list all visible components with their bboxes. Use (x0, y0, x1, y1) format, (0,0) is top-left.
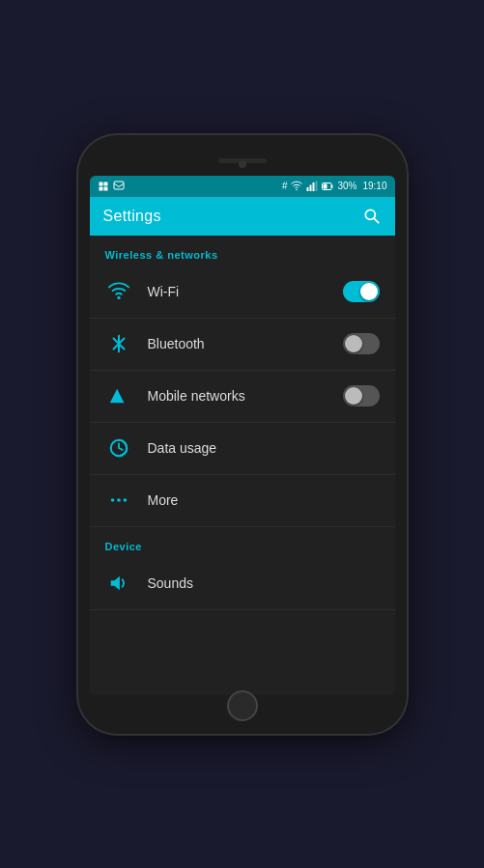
settings-item-mobile-networks[interactable]: Mobile networks (90, 371, 395, 423)
data-usage-icon (105, 437, 132, 459)
sounds-label: Sounds (148, 575, 380, 591)
svg-rect-12 (324, 183, 327, 188)
battery-percent: 30% (337, 181, 356, 191)
svg-rect-3 (103, 186, 107, 190)
bluetooth-icon (105, 333, 132, 354)
svg-point-15 (117, 296, 120, 299)
svg-rect-9 (316, 181, 318, 191)
phone-bottom (90, 695, 395, 716)
svg-rect-2 (99, 186, 102, 190)
app-title: Settings (103, 208, 161, 225)
status-left-icons (98, 181, 125, 192)
status-bar: # 30% 19:10 (90, 176, 395, 197)
wifi-label: Wi-Fi (148, 284, 343, 299)
more-label: More (148, 492, 380, 508)
svg-point-19 (123, 498, 127, 502)
settings-item-bluetooth[interactable]: Bluetooth (90, 319, 395, 371)
settings-list: Wireless & networks Wi-Fi (90, 236, 395, 695)
app-bar: Settings (90, 197, 395, 236)
bluetooth-label: Bluetooth (148, 336, 343, 351)
phone-frame: # 30% 19:10 Settings Wireless & networks (78, 135, 407, 734)
wifi-icon (105, 281, 132, 302)
search-icon (362, 207, 382, 226)
phone-screen: # 30% 19:10 Settings Wireless & networks (90, 176, 395, 695)
svg-rect-7 (310, 184, 312, 191)
svg-marker-20 (110, 576, 119, 591)
svg-rect-8 (313, 182, 315, 191)
mobile-networks-icon (105, 385, 132, 406)
sounds-icon (105, 573, 132, 594)
signal-status-icon (306, 181, 318, 192)
svg-rect-4 (114, 182, 124, 189)
bluetooth-toggle[interactable] (343, 333, 380, 354)
svg-point-17 (110, 498, 114, 502)
wifi-status-icon (291, 181, 302, 192)
settings-item-sounds[interactable]: Sounds (90, 558, 395, 610)
svg-line-14 (374, 218, 379, 223)
clock: 19:10 (362, 181, 386, 191)
notif-icon-1 (98, 181, 109, 192)
mobile-networks-label: Mobile networks (148, 388, 343, 404)
section-header-wireless: Wireless & networks (90, 236, 395, 266)
svg-point-18 (117, 498, 121, 502)
svg-rect-11 (331, 184, 333, 187)
svg-rect-1 (103, 182, 107, 185)
wifi-toggle[interactable] (343, 281, 380, 302)
settings-item-more[interactable]: More (90, 475, 395, 527)
battery-icon (322, 181, 333, 192)
status-right-info: # 30% 19:10 (282, 181, 387, 192)
phone-top (90, 153, 395, 176)
mobile-networks-toggle[interactable] (343, 385, 380, 406)
more-icon (105, 490, 132, 511)
data-usage-label: Data usage (148, 440, 380, 456)
camera (239, 160, 246, 168)
svg-point-5 (297, 188, 299, 190)
search-button[interactable] (362, 207, 382, 226)
section-header-device: Device (90, 527, 395, 558)
settings-item-data-usage[interactable]: Data usage (90, 423, 395, 475)
notif-icon-2 (113, 181, 125, 192)
svg-rect-0 (99, 182, 102, 185)
home-button[interactable] (227, 690, 258, 721)
hashtag-icon: # (282, 181, 288, 191)
settings-item-wifi[interactable]: Wi-Fi (90, 266, 395, 319)
svg-rect-6 (307, 187, 309, 191)
